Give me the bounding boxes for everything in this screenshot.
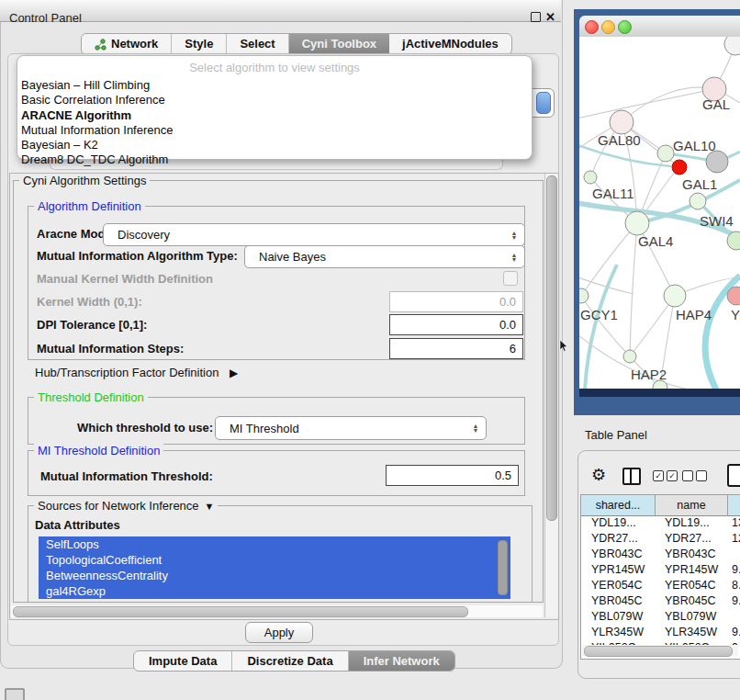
table-row[interactable]: YBL079WYBL079W	[581, 609, 740, 625]
zoom-window-icon[interactable]	[618, 20, 632, 34]
column-header-name[interactable]: name	[656, 495, 728, 516]
mi-steps-field[interactable]: 6	[389, 338, 523, 359]
table-row[interactable]: YPR145WYPR145W9.	[581, 562, 740, 578]
node-labels: GAL GAL80 GAL10 GAL1 GAL11 SWI4 GAL4 GCY…	[580, 96, 740, 382]
network-node-gal1[interactable]	[690, 193, 706, 209]
network-node-gal80[interactable]	[610, 110, 633, 134]
algorithm-option[interactable]: Dream8 DC_TDC Algorithm	[17, 152, 532, 167]
algorithm-option[interactable]: Mutual Information Inference	[17, 123, 532, 138]
algorithm-option[interactable]: Basic Correlation Inference	[17, 93, 532, 107]
vertical-scrollbar-thumb[interactable]	[546, 175, 557, 521]
corner-panel-icon[interactable]	[5, 688, 25, 700]
table-row[interactable]: YBR043CYBR043C	[581, 547, 740, 562]
tab-cyni-toolbox[interactable]: Cyni Toolbox	[289, 34, 389, 54]
deselect-all-checks-icon[interactable]	[682, 470, 707, 481]
table-cell: 9.	[726, 562, 740, 578]
table-cell: YER054C	[581, 578, 655, 593]
tab-discretize-data[interactable]: Discretize Data	[232, 651, 348, 671]
columns-icon[interactable]	[622, 468, 641, 485]
algorithm-option[interactable]: Bayesian – K2	[17, 138, 532, 152]
tab-select[interactable]: Select	[227, 34, 288, 54]
sources-group-header[interactable]: Sources for Network Inference ▼	[34, 499, 218, 513]
sources-group-title: Sources for Network Inference	[38, 499, 199, 513]
table-horizontal-scrollbar-thumb[interactable]	[584, 646, 733, 657]
network-node-gal10[interactable]	[657, 145, 674, 162]
gear-icon[interactable]: ⚙	[591, 465, 606, 485]
table-cell: YLR345W	[581, 625, 655, 640]
algorithm-dropdown-placeholder: Select algorithm to view settings	[17, 56, 532, 78]
table-cell: YDR27...	[655, 531, 726, 547]
table-row[interactable]: YBR045CYBR045C9.	[581, 593, 740, 609]
table-row[interactable]: YDL19...YDL19...13	[581, 515, 740, 531]
network-node-gal4[interactable]	[625, 211, 649, 235]
data-attribute-item[interactable]: SelfLoops	[39, 536, 510, 552]
which-threshold-value: MI Threshold	[216, 422, 469, 435]
dpi-tolerance-field[interactable]: 0.0	[389, 314, 523, 335]
table-cell: 13	[726, 515, 740, 531]
close-panel-icon[interactable]: ✕	[545, 10, 555, 24]
column-header-shared-name[interactable]: shared...	[581, 495, 656, 516]
node-label: GAL	[702, 96, 730, 112]
select-all-checks-icon[interactable]: ✓ ✓	[653, 470, 678, 481]
bottom-tabbar: Impute Data Discretize Data Infer Networ…	[133, 650, 455, 672]
apply-button[interactable]: Apply	[245, 622, 313, 643]
algorithm-option[interactable]: Bayesian – Hill Climbing	[17, 78, 532, 93]
control-panel-title: Control Panel	[9, 11, 82, 25]
minimize-window-icon[interactable]	[601, 20, 615, 34]
network-node-highlighted[interactable]	[672, 160, 687, 175]
mi-algorithm-type-combobox[interactable]: Naive Bayes ▲▼	[244, 245, 525, 268]
network-icon	[95, 39, 107, 51]
which-threshold-combobox[interactable]: MI Threshold ▲▼	[215, 416, 487, 440]
checked-box-icon: ✓	[653, 470, 664, 481]
table-row[interactable]: YER054CYER054C8.	[581, 578, 740, 593]
mi-steps-label: Mutual Information Steps:	[37, 342, 184, 356]
control-panel-titlebar[interactable]	[0, 0, 561, 22]
node-label: SWI4	[700, 213, 734, 229]
column-header-partial[interactable]	[728, 495, 740, 516]
network-node-hap4[interactable]	[664, 285, 686, 307]
tab-infer-network[interactable]: Infer Network	[349, 651, 454, 671]
close-window-icon[interactable]	[585, 20, 599, 34]
mi-threshold-definition-title: MI Threshold Definition	[34, 444, 163, 457]
network-window-shadow	[579, 389, 740, 397]
attributes-scrollbar-thumb[interactable]	[498, 540, 508, 595]
document-icon[interactable]	[727, 464, 740, 487]
tab-jactivemnodules[interactable]: jActiveMNodules	[389, 34, 511, 54]
node-table: shared... name YDL19...YDL19...13YDR27..…	[580, 494, 740, 660]
table-panel-title: Table Panel	[585, 428, 647, 442]
data-attribute-item[interactable]: BetweennessCentrality	[39, 568, 510, 583]
tab-impute-data[interactable]: Impute Data	[134, 651, 232, 671]
data-attribute-item[interactable]: TopologicalCoefficient	[39, 552, 510, 568]
tab-network[interactable]: Network	[82, 34, 172, 54]
network-node-hap2[interactable]	[623, 350, 636, 363]
network-node-gray[interactable]	[706, 151, 728, 173]
control-panel-tabbar: Network Style Select Cyni Toolbox jActiv…	[81, 33, 512, 55]
network-node[interactable]	[724, 37, 740, 55]
aracne-mode-combobox[interactable]: Discovery ▲▼	[103, 223, 525, 246]
data-attribute-item[interactable]: gal4RGexp	[39, 583, 510, 599]
horizontal-scrollbar-thumb[interactable]	[13, 606, 468, 617]
float-panel-icon[interactable]	[531, 12, 541, 22]
manual-kernel-label: Manual Kernel Width Definition	[37, 272, 213, 286]
node-label: GAL10	[673, 138, 716, 153]
table-cell: 12	[726, 531, 740, 547]
network-window-titlebar[interactable]	[579, 16, 740, 38]
table-row[interactable]: YLR345WYLR345W9.	[581, 625, 740, 640]
manual-kernel-checkbox[interactable]	[503, 271, 518, 286]
which-threshold-label: Which threshold to use:	[77, 421, 213, 435]
unchecked-box-icon	[696, 470, 707, 481]
algorithm-option[interactable]: ARACNE Algorithm	[17, 108, 532, 123]
combo-spinner-button	[536, 92, 551, 114]
mouse-cursor	[559, 340, 568, 352]
hub-definition-expander[interactable]: Hub/Transcription Factor Definition ▶	[35, 366, 238, 379]
table-cell: YER054C	[655, 578, 726, 593]
spinner-icon: ▲▼	[469, 423, 482, 433]
kernel-width-field[interactable]: 0.0	[389, 291, 523, 312]
network-node-gal11[interactable]	[584, 171, 597, 184]
network-node-gcy1[interactable]	[579, 288, 589, 303]
mi-threshold-field[interactable]: 0.5	[386, 465, 519, 486]
tab-style[interactable]: Style	[172, 34, 227, 54]
network-canvas[interactable]: GAL GAL80 GAL10 GAL1 GAL11 SWI4 GAL4 GCY…	[579, 37, 740, 389]
mi-threshold-label: Mutual Information Threshold:	[40, 469, 213, 483]
table-row[interactable]: YDR27...YDR27...12	[581, 531, 740, 547]
